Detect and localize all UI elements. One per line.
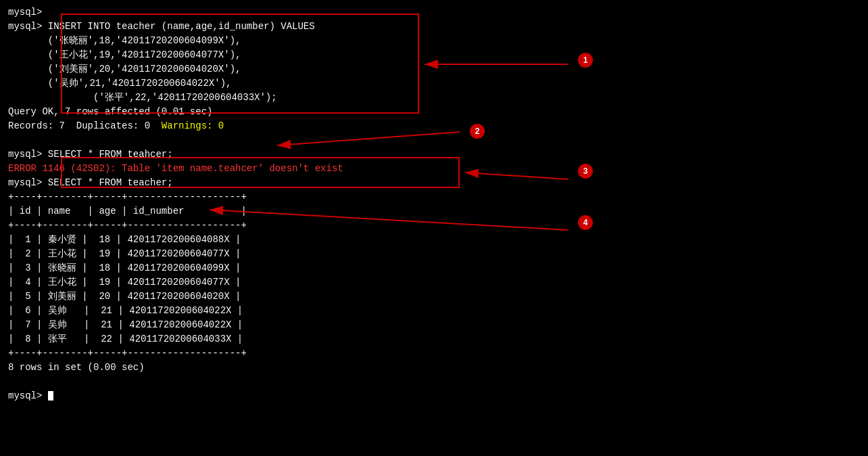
table-div-top: +----+--------+-----+-------------------… [8,190,860,204]
blank-line-1 [8,133,860,147]
insert-v4: ('吴帅',21,'42011720200604022X'), [8,76,860,91]
table-row-2: | 2 | 王小花 | 19 | 42011720200604077X | [8,247,860,261]
table-row-4: | 4 | 王小花 | 19 | 42011720200604077X | [8,275,860,290]
prompt-line-1: mysql> [8,5,860,20]
terminal-content: mysql> mysql> INSERT INTO teacher (name,… [8,5,860,403]
insert-v1: ('张晓丽',18,'42011720200604099X'), [8,34,860,48]
insert-line: mysql> INSERT INTO teacher (name,age,id_… [8,20,860,34]
table-row-1: | 1 | 秦小贤 | 18 | 42011720200604088X | [8,233,860,247]
table-div-header: +----+--------+-----+-------------------… [8,219,860,233]
table-row-3: | 3 | 张晓丽 | 18 | 42011720200604099X | [8,261,860,275]
query-ok: Query OK, 7 rows affected (0.01 sec) [8,105,860,119]
table-div-bottom: +----+--------+-----+-------------------… [8,346,860,361]
table-header: | id | name | age | id_number | [8,204,860,219]
table-row-7: | 7 | 吴帅 | 21 | 42011720200604022X | [8,318,860,332]
select-correct-cmd: mysql> SELECT * FROM teacher; [8,176,860,190]
terminal-window: mysql> mysql> INSERT INTO teacher (name,… [0,0,868,409]
final-prompt: mysql> [8,389,860,403]
error-line: ERROR 1146 (42S02): Table 'item name.tea… [8,162,860,176]
table-row-6: | 6 | 吴帅 | 21 | 42011720200604022X | [8,304,860,318]
records-line: Records: 7 Duplicates: 0 Warnings: 0 [8,119,860,133]
insert-v2: ('王小花',19,'42011720200604077X'), [8,48,860,62]
result-line: 8 rows in set (0.00 sec) [8,361,860,375]
select-error-cmd: mysql> SELECT * FROM teahcer; [8,147,860,162]
insert-v3: ('刘美丽',20,'42011720200604020X'), [8,62,860,76]
insert-v5: ('张平',22,'42011720200604033X'); [8,91,860,105]
table-row-8: | 8 | 张平 | 22 | 42011720200604033X | [8,332,860,346]
table-row-5: | 5 | 刘美丽 | 20 | 42011720200604020X | [8,290,860,304]
blank-line-2 [8,375,860,389]
